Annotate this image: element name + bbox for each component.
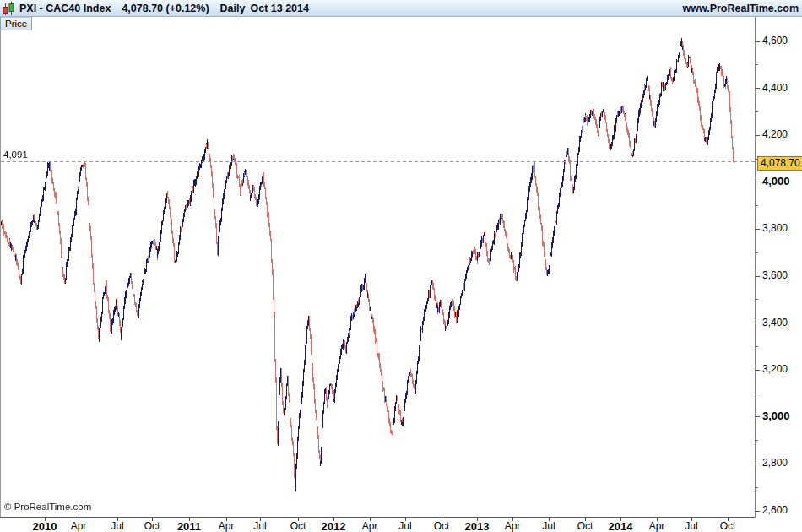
symbol-title: PXI - CAC40 Index <box>19 3 111 14</box>
price-tab[interactable]: Price <box>0 17 32 30</box>
y-axis-tick <box>756 276 760 277</box>
x-axis-label: Jul <box>241 520 279 532</box>
x-axis-label: 2013 <box>458 520 496 532</box>
y-axis-label: 3,600 <box>762 269 788 281</box>
y-axis: 4,078.70 4,6004,4004,2004,0003,8003,6003… <box>755 17 802 518</box>
y-axis-minor-tick <box>756 394 758 394</box>
x-axis-label: Oct <box>422 520 461 532</box>
y-axis-label: 3,400 <box>762 317 788 328</box>
x-axis-label: Apr <box>493 520 532 532</box>
y-axis-tick <box>756 511 760 512</box>
timeframe-label: Daily <box>220 3 246 14</box>
y-axis-label: 4,400 <box>762 82 788 94</box>
y-axis-minor-tick <box>756 111 758 112</box>
last-price-badge: 4,078.70 <box>757 156 802 171</box>
x-axis-label: 2012 <box>314 520 353 532</box>
candlestick-icon <box>3 1 15 16</box>
y-axis-minor-tick <box>756 252 758 253</box>
y-axis-tick <box>756 323 760 323</box>
y-axis-minor-tick <box>756 346 758 347</box>
y-axis-tick <box>756 464 760 464</box>
x-axis-label: Apr <box>59 520 98 532</box>
x-axis-label: Jul <box>98 520 137 532</box>
y-axis-tick <box>756 182 760 182</box>
x-axis-label: Oct <box>708 520 747 532</box>
y-axis-label: 3,000 <box>762 410 790 422</box>
y-axis-tick <box>756 135 760 136</box>
price-tab-label: Price <box>5 19 27 29</box>
x-axis-label: Jul <box>386 520 425 532</box>
y-axis-label: 2,600 <box>762 504 788 516</box>
level-price-label: 4,091 <box>3 149 28 160</box>
y-axis-tick <box>756 88 760 89</box>
y-axis-label: 4,200 <box>762 128 788 140</box>
quote-value: 4,078.70 (+0.12%) <box>122 3 209 14</box>
top-bar: PXI - CAC40 Index 4,078.70 (+0.12%) Dail… <box>0 0 802 17</box>
x-axis-label: Jul <box>529 520 568 532</box>
y-axis-label: 4,600 <box>762 35 788 46</box>
x-axis-label: Oct <box>279 520 317 532</box>
site-link[interactable]: www.ProRealTime.com <box>682 3 799 14</box>
y-axis-minor-tick <box>756 205 758 206</box>
chart-area: 4,091 © ProRealTime.com <box>0 17 755 518</box>
y-axis-label: 4,000 <box>762 175 790 187</box>
date-label: Oct 13 2014 <box>250 3 309 14</box>
x-axis-label: Jul <box>672 520 711 532</box>
y-axis-tick <box>756 370 760 371</box>
x-axis-label: Oct <box>566 520 604 532</box>
y-axis-tick <box>756 229 760 230</box>
x-axis-label: 2014 <box>601 520 640 532</box>
x-axis-label: Apr <box>350 520 389 532</box>
y-axis-minor-tick <box>756 440 758 441</box>
y-axis-minor-tick <box>756 64 758 65</box>
y-axis-label: 3,800 <box>762 222 788 234</box>
app-window: { "header": { "symbol_title": "PXI - CAC… <box>0 0 802 532</box>
y-axis-tick <box>756 416 760 417</box>
price-chart-canvas[interactable] <box>1 17 755 517</box>
y-axis-minor-tick <box>756 487 758 488</box>
y-axis-minor-tick <box>756 299 758 300</box>
y-axis-label: 3,200 <box>762 363 788 375</box>
copyright-watermark: © ProRealTime.com <box>4 502 91 512</box>
x-axis-label: 2011 <box>170 520 209 532</box>
y-axis-label: 2,800 <box>762 457 788 469</box>
x-axis: 2010AprJulOct2011AprJulOct2012AprJulOct2… <box>0 518 755 532</box>
x-axis-label: Oct <box>133 520 171 532</box>
x-axis-label: Apr <box>637 520 676 532</box>
y-axis-tick <box>756 41 760 42</box>
